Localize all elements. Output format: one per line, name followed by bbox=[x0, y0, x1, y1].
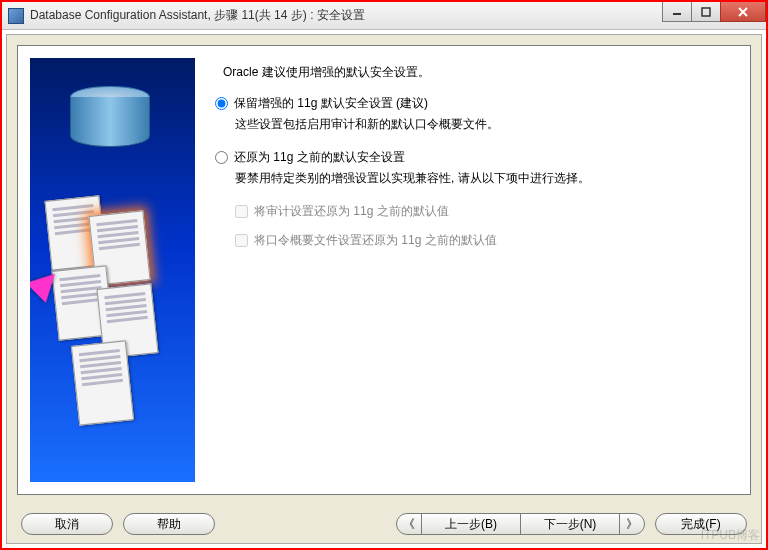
next-arrow-button[interactable]: 》 bbox=[619, 513, 645, 535]
radio-revert[interactable] bbox=[215, 151, 228, 164]
minimize-icon bbox=[672, 7, 682, 17]
check-revert-audit-label: 将审计设置还原为 11g 之前的默认值 bbox=[254, 203, 449, 220]
option-revert-desc: 要禁用特定类别的增强设置以实现兼容性, 请从以下项中进行选择。 bbox=[235, 170, 730, 187]
app-icon bbox=[8, 8, 24, 24]
database-icon bbox=[70, 86, 150, 156]
finish-button[interactable]: 完成(F) bbox=[655, 513, 747, 535]
help-button[interactable]: 帮助 bbox=[123, 513, 215, 535]
close-button[interactable] bbox=[720, 2, 766, 22]
cancel-button[interactable]: 取消 bbox=[21, 513, 113, 535]
document-icon bbox=[71, 340, 134, 425]
illustration-panel bbox=[30, 58, 195, 482]
window-title: Database Configuration Assistant, 步骤 11(… bbox=[30, 7, 365, 24]
nav-group: 《 上一步(B) 下一步(N) 》 bbox=[396, 513, 645, 535]
button-bar: 取消 帮助 《 上一步(B) 下一步(N) 》 完成(F) bbox=[7, 505, 761, 543]
next-button[interactable]: 下一步(N) bbox=[520, 513, 620, 535]
option-keep-enhanced-label: 保留增强的 11g 默认安全设置 (建议) bbox=[234, 95, 428, 112]
close-icon bbox=[737, 6, 749, 18]
option-revert-label: 还原为 11g 之前的默认安全设置 bbox=[234, 149, 405, 166]
window-controls bbox=[663, 2, 766, 22]
maximize-icon bbox=[701, 7, 711, 17]
option-keep-enhanced-desc: 这些设置包括启用审计和新的默认口令概要文件。 bbox=[235, 116, 730, 133]
check-revert-password: 将口令概要文件设置还原为 11g 之前的默认值 bbox=[235, 232, 730, 249]
option-revert[interactable]: 还原为 11g 之前的默认安全设置 bbox=[215, 149, 730, 166]
wizard-frame: Oracle 建议使用增强的默认安全设置。 保留增强的 11g 默认安全设置 (… bbox=[6, 34, 762, 544]
radio-keep-enhanced[interactable] bbox=[215, 97, 228, 110]
maximize-button[interactable] bbox=[691, 2, 721, 22]
check-revert-password-label: 将口令概要文件设置还原为 11g 之前的默认值 bbox=[254, 232, 497, 249]
content-area: Oracle 建议使用增强的默认安全设置。 保留增强的 11g 默认安全设置 (… bbox=[17, 45, 751, 495]
checkbox-revert-audit bbox=[235, 205, 248, 218]
back-button[interactable]: 上一步(B) bbox=[421, 513, 521, 535]
intro-text: Oracle 建议使用增强的默认安全设置。 bbox=[223, 64, 730, 81]
option-keep-enhanced[interactable]: 保留增强的 11g 默认安全设置 (建议) bbox=[215, 95, 730, 112]
options-panel: Oracle 建议使用增强的默认安全设置。 保留增强的 11g 默认安全设置 (… bbox=[195, 46, 750, 494]
titlebar: Database Configuration Assistant, 步骤 11(… bbox=[2, 2, 766, 30]
checkbox-revert-password bbox=[235, 234, 248, 247]
minimize-button[interactable] bbox=[662, 2, 692, 22]
svg-rect-1 bbox=[702, 8, 710, 16]
back-arrow-button[interactable]: 《 bbox=[396, 513, 422, 535]
check-revert-audit: 将审计设置还原为 11g 之前的默认值 bbox=[235, 203, 730, 220]
